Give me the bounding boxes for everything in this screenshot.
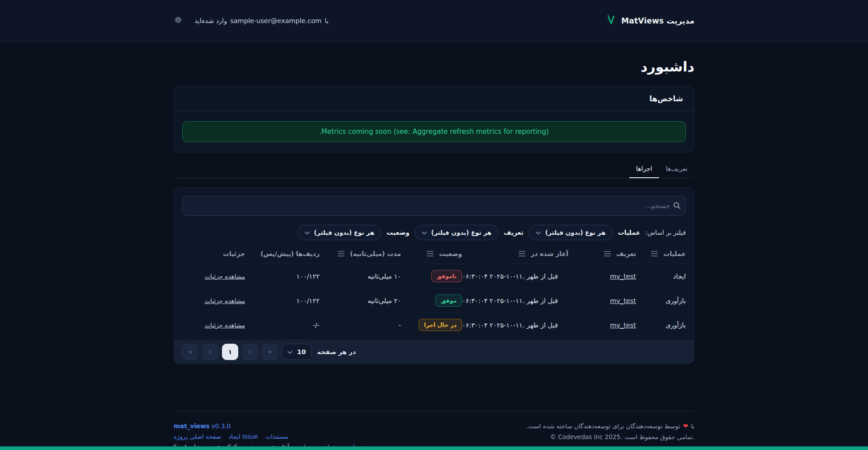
status-badge-success: موفق [435,294,462,307]
filters-row: فیلتر بر اساس: عملیات هر نوع (بدون فیلتر… [182,225,686,240]
table-row: بازآوری mv_test ۰۶:۳۰:۰۴ ۲۰۲۵-۱۰-۱۱. قبل… [174,288,694,313]
docs-link[interactable]: مستندات [265,433,288,440]
app-title-fa: مدیریت [666,16,694,25]
next-page-button[interactable]: › [202,344,218,360]
cell-started-at: ۰۶:۳۰:۰۴ ۲۰۲۵-۱۰-۱۱. قبل از ظهر [462,273,568,280]
made-with-suffix: توسط توسعه‌دهندگان برای توسعه‌دهندگان سا… [526,422,680,430]
last-page-button[interactable]: » [182,344,198,360]
filter-prefix-label: فیلتر بر اساس: [645,229,686,236]
filter-status-value: هر نوع (بدون فیلتر) [314,229,375,236]
footer-app-name[interactable]: mat_views [174,422,209,430]
app-title: مدیریت MatViews [621,16,694,25]
filter-operation-label: عملیات [618,229,641,236]
cell-started-at: ۰۶:۳۰:۰۴ ۲۰۲۵-۱۰-۱۱. قبل از ظهر [462,297,568,304]
copyright-rights: تمامی حقوق محفوظ است. [624,433,694,441]
col-details-label: جزئیات [223,250,245,257]
col-started-label: آغاز شده در [531,250,568,257]
cell-rows-before-after: ۱۰۰/۱۲۲ [245,273,320,280]
filter-status-label: وضعیت [387,229,410,236]
view-details-link[interactable]: مشاهده جزئیات [205,322,245,329]
view-details-link[interactable]: مشاهده جزئیات [205,273,245,280]
signed-in-suffix: وارد شده‌اید [194,17,227,24]
column-menu-icon[interactable] [650,250,659,257]
settings-button[interactable] [174,15,183,26]
user-email: sample-user@example.com [230,17,321,24]
table-header-row: عملیات تعریف آغاز شده در وضعیت مدت (میلی… [174,240,694,264]
col-duration-label: مدت (میلی‌ثانیه) [350,250,401,257]
footer-app-version: v0.3.0 [212,422,231,430]
footer-credits: با ❤ توسط توسعه‌دهندگان برای توسعه‌دهندگ… [526,422,694,441]
filter-definition-label: تعریف [504,229,524,236]
per-page-select[interactable]: 10 [282,344,311,360]
main-content: داشبورد شاخص‌ها Metrics coming soon (see… [174,42,694,450]
metrics-card: شاخص‌ها Metrics coming soon (see: Aggreg… [174,86,694,152]
per-page-value: 10 [297,348,306,355]
filter-status-select[interactable]: هر نوع (بدون فیلتر) [297,225,382,240]
matviews-logo-icon [606,14,617,27]
heart-icon: ❤ [683,422,688,430]
filter-definition-value: هر نوع (بدون فیلتر) [431,229,492,236]
chevron-down-icon [288,348,292,355]
column-menu-icon[interactable] [518,250,526,257]
runs-table-card: فیلتر بر اساس: عملیات هر نوع (بدون فیلتر… [174,187,694,364]
column-menu-icon[interactable] [337,250,345,257]
bottom-accent-strip [0,446,868,450]
cell-operation: بازآوری [636,297,686,304]
definition-link[interactable]: mv_test [610,273,636,280]
column-menu-icon[interactable] [603,250,612,257]
definition-link[interactable]: mv_test [610,322,636,329]
col-status-label: وضعیت [439,250,462,257]
table-row: بازآوری mv_test ۰۶:۳۰:۰۴ ۲۰۲۵-۱۰-۱۱. قبل… [174,313,694,337]
signed-in-status: با sample-user@example.com وارد شده‌اید [194,17,329,24]
previous-page-button[interactable]: ‹ [242,344,258,360]
signed-in-prefix: با [325,17,328,24]
cell-duration: - [320,322,401,329]
view-details-link[interactable]: مشاهده جزئیات [205,297,245,304]
col-operation-label: عملیات [663,250,686,257]
made-with-love-line: با ❤ توسط توسعه‌دهندگان برای توسعه‌دهندگ… [526,422,694,430]
definition-link[interactable]: mv_test [610,297,636,304]
top-app-bar: مدیریت MatViews با sample-user@example.c… [0,0,868,42]
cell-rows-before-after: -/- [245,322,320,329]
made-with-prefix: با [691,422,694,430]
pagination-bar: در هر صفحه 10 « ‹ ۱ › » [174,340,694,364]
tab-definitions[interactable]: تعریف‌ها [659,162,694,178]
gear-icon [174,15,183,26]
app-version-line: mat_views v0.3.0 [174,422,371,430]
filter-definition-select[interactable]: هر نوع (بدون فیلتر) [415,225,499,240]
footer-links: mat_views v0.3.0 صفحه اصلی پروژه ایجاد I… [174,422,371,450]
column-menu-icon[interactable] [426,250,434,257]
status-badge-failed: ناموفق [431,270,462,282]
table-row: ایجاد mv_test ۰۶:۳۰:۰۴ ۲۰۲۵-۱۰-۱۱. قبل ا… [174,264,694,288]
first-page-button[interactable]: « [262,344,278,360]
filter-operation-select[interactable]: هر نوع (بدون فیلتر) [528,225,613,240]
current-page-button[interactable]: ۱ [222,344,238,360]
cell-started-at: ۰۶:۳۰:۰۴ ۲۰۲۵-۱۰-۱۱. قبل از ظهر [462,322,568,329]
app-title-en: MatViews [621,16,664,25]
copyright-company: © Codevedas Inc 2025. [550,433,623,441]
metrics-card-title: شاخص‌ها [174,87,694,111]
copyright-line: © Codevedas Inc 2025. تمامی حقوق محفوظ ا… [526,433,694,441]
page-title: داشبورد [174,42,694,75]
chevron-down-icon [536,229,541,236]
cell-operation: ایجاد [636,273,686,280]
tab-runs[interactable]: اجراها [629,162,659,178]
search-box [182,196,686,216]
status-badge-running: در حال اجرا [419,319,462,331]
project-home-link[interactable]: صفحه اصلی پروژه [174,433,221,440]
per-page-label: در هر صفحه [317,348,356,355]
create-issue-link[interactable]: ایجاد Issue [228,433,258,440]
search-input[interactable] [182,196,686,216]
page-footer: با ❤ توسط توسعه‌دهندگان برای توسعه‌دهندگ… [174,411,694,450]
footer-link-row: صفحه اصلی پروژه ایجاد Issue مستندات [174,433,371,440]
cell-duration: ۱۰ میلی‌ثانیه [320,273,401,280]
cell-operation: بازآوری [636,322,686,329]
cell-duration: ۲۰ میلی‌ثانیه [320,297,401,304]
col-definition-label: تعریف [616,250,636,257]
filter-operation-value: هر نوع (بدون فیلتر) [545,229,606,236]
chevron-down-icon [305,229,310,236]
chevron-down-icon [422,229,427,236]
dashboard-tabs: تعریف‌ها اجراها [174,162,694,178]
cell-rows-before-after: ۱۰۰/۱۲۲ [245,297,320,304]
metrics-coming-soon-banner: Metrics coming soon (see: Aggregate refr… [182,121,686,142]
